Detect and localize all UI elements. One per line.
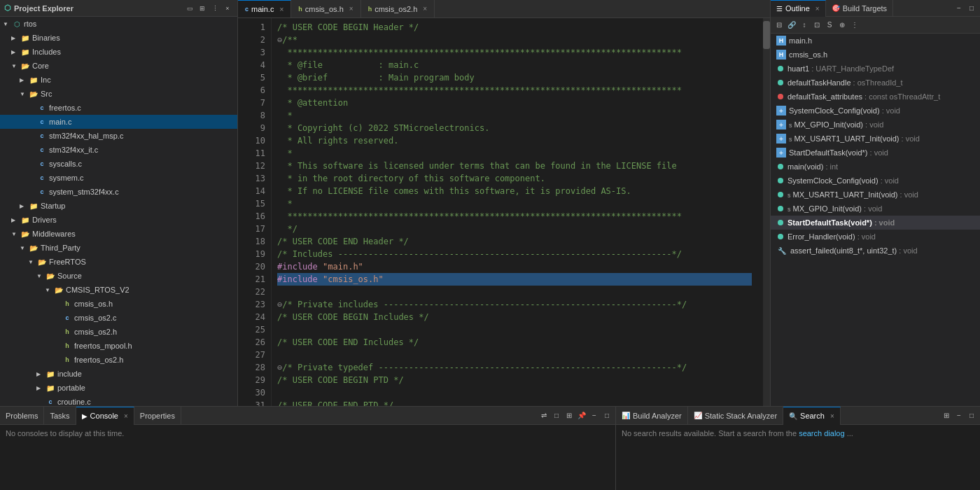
console-maximize-icon[interactable]: □ [601, 410, 612, 421]
tab-static-stack[interactable]: 📈 Static Stack Analyzer [688, 407, 783, 425]
outline-item-task-attr[interactable]: defaultTask_attributes : const osThreadA… [771, 90, 980, 104]
tab-properties[interactable]: Properties [134, 407, 181, 425]
tree-item-system[interactable]: c system_stm32f4xx.c [0, 185, 237, 199]
outline-item-usart[interactable]: + s MX_USART1_UART_Init(void) : void [771, 132, 980, 146]
tree-item-includes[interactable]: ▶ 📁 Includes [0, 45, 237, 59]
tree-item-freertos[interactable]: ▼ 📂 FreeRTOS [0, 255, 237, 269]
more-outline-icon[interactable]: ⋮ [849, 20, 860, 31]
outline-item-task-handle[interactable]: defaultTaskHandle : osThreadId_t [771, 76, 980, 90]
tab-close-cmsis-os[interactable]: × [349, 5, 354, 13]
tree-item-cmsis-os-h[interactable]: h cmsis_os.h [0, 297, 237, 311]
c-file-icon-freertos: c [36, 102, 48, 113]
outline-item-cmsis-os-h[interactable]: H cmsis_os.h [771, 48, 980, 62]
code-line-21: #include "cmsis_os.h" [277, 273, 752, 286]
tree-item-cmsis-os2-c[interactable]: c cmsis_os2.c [0, 311, 237, 325]
outline-item-error-handler[interactable]: Error_Handler(void) : void [771, 230, 980, 244]
tree-item-croutine[interactable]: c croutine.c [0, 395, 237, 406]
hide-fields-icon[interactable]: ⊡ [811, 20, 822, 31]
tab-problems[interactable]: Problems [0, 407, 44, 425]
search-minimize-icon[interactable]: − [953, 410, 965, 421]
code-line-18: /* USER CODE END Header */ [277, 235, 752, 248]
search-close-icon[interactable]: × [830, 412, 834, 420]
outline-item-huart1[interactable]: huart1 : UART_HandleTypeDef [771, 62, 980, 76]
tab-outline[interactable]: ☰ Outline × [771, 0, 826, 17]
tab-console[interactable]: ▶ Console × [76, 407, 134, 425]
c-file-icon-cmsis-os2: c [62, 312, 73, 323]
tree-item-sysmem[interactable]: c sysmem.c [0, 171, 237, 185]
outline-item-sysclock[interactable]: + SystemClock_Config(void) : void [771, 104, 980, 118]
code-line-25 [277, 323, 752, 336]
circle-blue-start-task2 [778, 220, 783, 225]
hide-static-icon[interactable]: S [824, 20, 835, 31]
console-pin-icon[interactable]: 📌 [576, 410, 587, 421]
tree-item-binaries[interactable]: ▶ 📁 Binaries [0, 31, 237, 45]
search-maximize-icon[interactable]: □ [966, 410, 977, 421]
tree-item-include[interactable]: ▶ 📁 include [0, 367, 237, 381]
tab-close-cmsis-os2[interactable]: × [423, 5, 427, 13]
tree-item-freertos-os2[interactable]: h freertos_os2.h [0, 353, 237, 367]
minimize-right-button[interactable]: − [953, 3, 965, 14]
minimize-panel-button[interactable]: ▭ [184, 3, 195, 14]
scrollbar-thumb[interactable] [763, 21, 770, 49]
tab-main-c[interactable]: c main.c × [238, 0, 291, 18]
tree-item-it[interactable]: c stm32f4xx_it.c [0, 143, 237, 157]
tab-build-targets[interactable]: 🎯 Build Targets [826, 0, 893, 17]
tree-item-freertos-mpool[interactable]: h freertos_mpool.h [0, 339, 237, 353]
tree-item-src[interactable]: ▼ 📂 Src [0, 87, 237, 101]
tab-cmsis-os-h[interactable]: h cmsis_os.h × [291, 0, 360, 18]
tree-item-main-c[interactable]: c main.c [0, 115, 237, 129]
tree-item-hal-msp[interactable]: c stm32f4xx_hal_msp.c [0, 129, 237, 143]
console-minimize-icon[interactable]: − [589, 410, 600, 421]
console-action-2[interactable]: □ [551, 410, 562, 421]
link-with-editor-icon[interactable]: 🔗 [786, 20, 797, 31]
tree-item-drivers[interactable]: ▶ 📁 Drivers [0, 213, 237, 227]
close-panel-button[interactable]: × [222, 3, 233, 14]
outline-item-gpio2[interactable]: s MX_GPIO_Init(void) : void [771, 202, 980, 216]
code-line-30 [277, 386, 752, 399]
tab-cmsis-os2-h[interactable]: h cmsis_os2.h × [361, 0, 435, 18]
code-editor[interactable]: /* USER CODE BEGIN Header */ ⊖/** ******… [272, 18, 757, 406]
outline-item-gpio[interactable]: + s MX_GPIO_Init(void) : void [771, 118, 980, 132]
console-action-1[interactable]: ⇌ [538, 410, 550, 421]
tab-tasks[interactable]: Tasks [44, 407, 76, 425]
outline-item-assert-failed[interactable]: 🔧 assert_failed(uint8_t*, uint32_t) : vo… [771, 244, 980, 258]
outline-item-main[interactable]: main(void) : int [771, 160, 980, 174]
console-action-3[interactable]: ⊞ [564, 410, 575, 421]
maximize-right-button[interactable]: □ [966, 3, 977, 14]
c-file-icon-croutine: c [45, 396, 56, 406]
tree-item-third-party[interactable]: ▼ 📂 Third_Party [0, 241, 237, 255]
sort-icon[interactable]: ↕ [799, 20, 810, 31]
outline-item-start-task[interactable]: + StartDefaultTask(void*) : void [771, 146, 980, 160]
tab-close-main[interactable]: × [279, 6, 284, 13]
outline-close-icon[interactable]: × [816, 5, 820, 13]
search-dialog-link[interactable]: search dialog [799, 429, 844, 438]
tree-item-cmsis-rtos[interactable]: ▼ 📂 CMSIS_RTOS_V2 [0, 283, 237, 297]
tree-item-inc[interactable]: ▶ 📁 Inc [0, 73, 237, 87]
hide-nonpublic-icon[interactable]: ⊕ [836, 20, 848, 31]
tree-item-rtos[interactable]: ▼ ⬡ rtos [0, 17, 237, 31]
outline-item-main-h[interactable]: H main.h [771, 34, 980, 48]
tab-build-analyzer[interactable]: 📊 Build Analyzer [616, 407, 688, 425]
console-close-icon[interactable]: × [124, 412, 128, 420]
collapse-all-icon[interactable]: ⊟ [774, 20, 785, 31]
editor-scrollbar[interactable] [763, 18, 770, 406]
tree-item-core[interactable]: ▼ 📂 Core [0, 59, 237, 73]
bottom-right-panel: 📊 Build Analyzer 📈 Static Stack Analyzer… [616, 407, 980, 490]
tree-item-cmsis-os2-h[interactable]: h cmsis_os2.h [0, 325, 237, 339]
folder-icon-source: 📂 [45, 270, 56, 281]
tree-item-source[interactable]: ▼ 📂 Source [0, 269, 237, 283]
tree-item-freertos-c[interactable]: c freertos.c [0, 101, 237, 115]
tree-item-startup[interactable]: ▶ 📁 Startup [0, 199, 237, 213]
tree-item-middlewares[interactable]: ▼ 📂 Middlewares [0, 227, 237, 241]
tab-search[interactable]: 🔍 Search × [783, 407, 841, 425]
folder-icon-middlewares: 📂 [20, 228, 31, 239]
tree-item-syscalls[interactable]: c syscalls.c [0, 157, 237, 171]
outline-item-usart2[interactable]: s MX_USART1_UART_Init(void) : void [771, 188, 980, 202]
circle-blue-main [778, 164, 783, 169]
more-panel-button[interactable]: ⋮ [209, 3, 220, 14]
outline-item-start-task2[interactable]: StartDefaultTask(void*) : void [771, 216, 980, 230]
search-action-1[interactable]: ⊞ [941, 410, 952, 421]
tree-item-portable[interactable]: ▶ 📁 portable [0, 381, 237, 395]
outline-item-sysclock2[interactable]: SystemClock_Config(void) : void [771, 174, 980, 188]
filter-panel-button[interactable]: ⊞ [197, 3, 208, 14]
